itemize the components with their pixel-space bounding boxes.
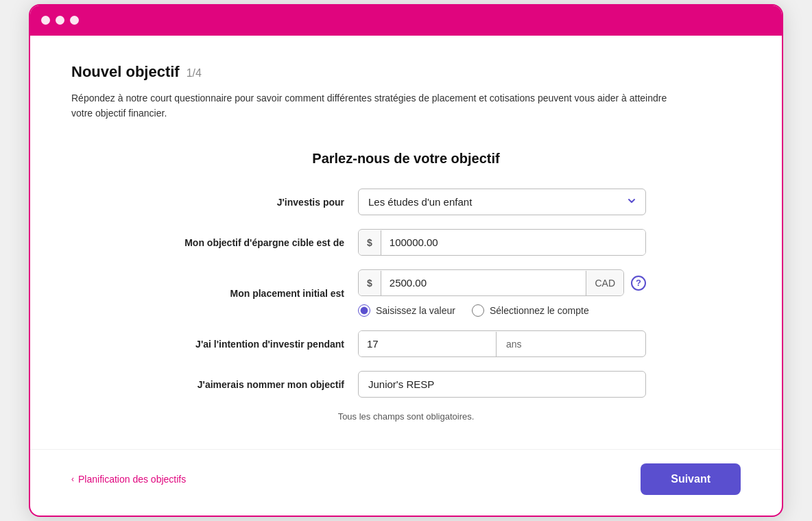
invest-duration-row: J'ai l'intention d'investir pendant ans <box>166 330 646 357</box>
titlebar <box>30 5 782 36</box>
invest-for-label: J'investis pour <box>166 197 358 208</box>
savings-goal-input-wrapper: $ <box>358 229 646 256</box>
app-window: Nouvel objectif 1/4 Répondez à notre cou… <box>29 4 783 518</box>
required-note: Tous les champs sont obligatoires. <box>166 411 646 422</box>
traffic-light-close[interactable] <box>41 16 50 25</box>
radio-saisir-label: Saisissez la valeur <box>376 305 455 316</box>
initial-placement-input[interactable] <box>381 270 586 295</box>
radio-saisir-input[interactable] <box>358 304 370 317</box>
form-section-title: Parlez-nous de votre objectif <box>312 151 499 167</box>
page-step: 1/4 <box>187 67 202 80</box>
form-fields: J'investis pour Les études d'un enfant L… <box>166 189 646 422</box>
traffic-light-maximize[interactable] <box>70 16 79 25</box>
main-content: Nouvel objectif 1/4 Répondez à notre cou… <box>30 36 782 450</box>
radio-selectionner-input[interactable] <box>472 304 484 317</box>
initial-placement-prefix: $ <box>359 271 381 295</box>
goal-name-wrapper <box>358 371 646 398</box>
traffic-light-minimize[interactable] <box>56 16 64 25</box>
invest-duration-suffix: ans <box>496 332 532 356</box>
goal-name-input[interactable] <box>358 371 646 398</box>
radio-selectionner-label: Sélectionnez le compte <box>490 305 589 316</box>
page-header: Nouvel objectif 1/4 Répondez à notre cou… <box>71 63 741 121</box>
initial-placement-input-wrapper: $ CAD <box>358 269 624 296</box>
goal-name-label: J'aimerais nommer mon objectif <box>166 379 358 390</box>
page-title: Nouvel objectif <box>71 63 180 81</box>
chevron-left-icon: ‹ <box>71 474 74 484</box>
invest-for-row: J'investis pour Les études d'un enfant L… <box>166 189 646 215</box>
next-button[interactable]: Suivant <box>641 463 741 495</box>
savings-goal-row: Mon objectif d'épargne cible est de $ <box>166 229 646 256</box>
invest-for-select-wrapper: Les études d'un enfant La retraite Un ac… <box>358 189 646 215</box>
invest-duration-wrapper: ans <box>358 330 646 357</box>
initial-placement-row: Mon placement initial est $ CAD ? <box>166 269 646 317</box>
invest-duration-label: J'ai l'intention d'investir pendant <box>166 339 358 350</box>
radio-row: Saisissez la valeur Sélectionnez le comp… <box>358 304 646 317</box>
initial-placement-label: Mon placement initial est <box>166 288 358 299</box>
initial-placement-wrapper: $ CAD ? Saisissez la valeur <box>358 269 646 317</box>
goal-name-row: J'aimerais nommer mon objectif <box>166 371 646 398</box>
help-icon[interactable]: ? <box>631 276 646 291</box>
invest-duration-input[interactable] <box>359 331 496 356</box>
back-link[interactable]: ‹ Planification des objectifs <box>71 474 186 485</box>
savings-goal-wrapper: $ <box>358 229 646 256</box>
form-container: Parlez-nous de votre objectif J'investis… <box>71 151 741 422</box>
invest-duration-input-wrapper: ans <box>358 330 646 357</box>
invest-for-wrapper: Les études d'un enfant La retraite Un ac… <box>358 189 646 215</box>
title-row: Nouvel objectif 1/4 <box>71 63 741 81</box>
initial-placement-row-inner: $ CAD ? <box>358 269 646 296</box>
radio-selectionner-option[interactable]: Sélectionnez le compte <box>472 304 589 317</box>
radio-saisir-option[interactable]: Saisissez la valeur <box>358 304 455 317</box>
footer: ‹ Planification des objectifs Suivant <box>30 449 782 516</box>
traffic-lights <box>41 16 79 25</box>
page-description: Répondez à notre court questionnaire pou… <box>71 90 689 121</box>
back-label: Planification des objectifs <box>78 474 186 485</box>
initial-placement-suffix: CAD <box>586 271 623 295</box>
savings-goal-prefix: $ <box>359 230 381 255</box>
savings-goal-input[interactable] <box>381 230 645 255</box>
savings-goal-label: Mon objectif d'épargne cible est de <box>166 237 358 248</box>
invest-for-select[interactable]: Les études d'un enfant La retraite Un ac… <box>359 189 645 215</box>
